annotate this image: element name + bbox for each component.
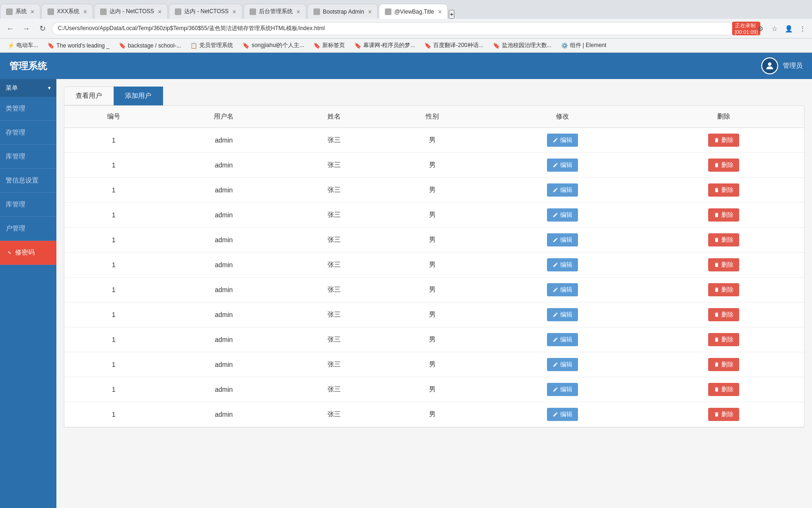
tab-6[interactable]: Bootstrap Admin × — [307, 4, 378, 19]
cell-gender-10: 男 — [383, 377, 482, 402]
edit-button-11[interactable]: 编辑 — [547, 408, 578, 421]
cell-delete-3: 删除 — [643, 203, 804, 228]
cell-edit-11: 编辑 — [482, 402, 643, 427]
tab-close-3[interactable]: × — [158, 8, 162, 16]
tab-close-5[interactable]: × — [297, 8, 300, 16]
delete-button-3[interactable]: 删除 — [708, 208, 739, 222]
extensions-icon[interactable]: ⚙ — [755, 23, 766, 34]
sidebar-item-1[interactable]: 存管理 — [0, 121, 56, 145]
edit-button-0[interactable]: 编辑 — [547, 134, 578, 147]
edit-button-3[interactable]: 编辑 — [547, 208, 578, 222]
edit-button-9[interactable]: 编辑 — [547, 358, 578, 371]
sidebar-item-label-6: 修密码 — [15, 248, 35, 257]
tab-close-7[interactable]: × — [438, 8, 442, 16]
bookmark-star-icon[interactable]: ☆ — [769, 23, 780, 34]
tab-5[interactable]: 后台管理系统 × — [243, 4, 306, 19]
tab-4[interactable]: 达内 - NetCTOSS × — [169, 4, 242, 19]
delete-button-6[interactable]: 删除 — [708, 283, 739, 296]
menu-header[interactable]: 菜单 ▾ — [0, 79, 56, 97]
delete-button-9[interactable]: 删除 — [708, 358, 739, 371]
new-tab-button[interactable]: + — [449, 10, 454, 19]
tab-close-6[interactable]: × — [368, 8, 372, 16]
table-container: 编号 用户名 姓名 性别 修改 删除 1 admin 张三 男 编辑 — [64, 105, 804, 428]
table-row: 1 admin 张三 男 编辑 删除 — [64, 377, 804, 402]
sidebar-item-3[interactable]: 警信息设置 — [0, 169, 56, 193]
table-row: 1 admin 张三 男 编辑 删除 — [64, 228, 804, 253]
delete-button-0[interactable]: 删除 — [708, 134, 739, 147]
cell-gender-2: 男 — [383, 178, 482, 203]
bookmark-5[interactable]: 🔖 新标签页 — [310, 40, 349, 50]
tab-add-user[interactable]: 添加用户 — [114, 87, 163, 105]
bookmark-4[interactable]: 🔖 songjiahui的个人主... — [239, 40, 308, 50]
edit-button-10[interactable]: 编辑 — [547, 383, 578, 396]
cell-username-4: admin — [163, 228, 285, 253]
tab-close-4[interactable]: × — [233, 8, 236, 16]
back-button[interactable]: ← — [4, 22, 17, 35]
delete-button-4[interactable]: 删除 — [708, 233, 739, 246]
delete-button-10[interactable]: 删除 — [708, 383, 739, 396]
tab-title-6: Bootstrap Admin — [323, 8, 364, 15]
edit-button-7[interactable]: 编辑 — [547, 308, 578, 321]
tab-close-2[interactable]: × — [83, 8, 87, 16]
cell-gender-7: 男 — [383, 302, 482, 327]
cell-name-11: 张三 — [285, 402, 383, 427]
sidebar-item-6[interactable]: ✎ 修密码 — [0, 241, 56, 265]
forward-button[interactable]: → — [20, 22, 33, 35]
bookmark-6[interactable]: 🔖 幕课网-程序员的梦... — [351, 40, 419, 50]
bookmark-3[interactable]: 📋 党员管理系统 — [187, 40, 237, 50]
app-header: 管理系统 管理员 — [0, 53, 812, 79]
bookmark-label-5: 新标签页 — [322, 41, 345, 49]
address-input[interactable] — [52, 22, 738, 35]
bookmark-2[interactable]: 🔖 backstage / school-... — [115, 41, 185, 50]
content-tabs: 查看用户 添加用户 — [64, 87, 804, 105]
table-row: 1 admin 张三 男 编辑 删除 — [64, 128, 804, 153]
cell-edit-9: 编辑 — [482, 352, 643, 377]
delete-button-11[interactable]: 删除 — [708, 408, 739, 421]
table-row: 1 admin 张三 男 编辑 删除 — [64, 278, 804, 302]
tab-2[interactable]: XXX系统 × — [41, 4, 93, 19]
sidebar-item-0[interactable]: 类管理 — [0, 97, 56, 121]
sidebar-item-2[interactable]: 库管理 — [0, 145, 56, 169]
bookmark-1[interactable]: 🔖 The world's leading _ — [44, 41, 113, 50]
edit-button-4[interactable]: 编辑 — [547, 233, 578, 246]
table-row: 1 admin 张三 男 编辑 删除 — [64, 402, 804, 427]
tab-view-user[interactable]: 查看用户 — [64, 87, 114, 105]
cell-edit-7: 编辑 — [482, 302, 643, 327]
svg-point-0 — [768, 63, 771, 66]
tab-3[interactable]: 达内 - NetCTOSS × — [94, 4, 168, 19]
bookmark-9[interactable]: ⚙️ 组件 | Element — [557, 40, 610, 50]
refresh-button[interactable]: ↻ — [36, 22, 49, 35]
bookmark-icon-3: 📋 — [190, 42, 197, 49]
tab-close-1[interactable]: × — [31, 8, 34, 16]
bookmark-7[interactable]: 🔖 百度翻译-200种语... — [421, 40, 487, 50]
cell-delete-5: 删除 — [643, 253, 804, 278]
bookmark-8[interactable]: 🔖 盐池校园治理大数... — [489, 40, 555, 50]
delete-button-5[interactable]: 删除 — [708, 258, 739, 271]
cell-edit-0: 编辑 — [482, 128, 643, 153]
edit-button-6[interactable]: 编辑 — [547, 283, 578, 296]
sidebar-item-4[interactable]: 库管理 — [0, 193, 56, 217]
bookmark-0[interactable]: ⚡ 电动车... — [4, 40, 42, 50]
table-row: 1 admin 张三 男 编辑 删除 — [64, 203, 804, 228]
col-header-delete: 删除 — [643, 106, 804, 128]
delete-button-8[interactable]: 删除 — [708, 333, 739, 346]
cell-name-2: 张三 — [285, 178, 383, 203]
tab-7[interactable]: @ViewBag.Title × — [379, 4, 448, 19]
tab-1[interactable]: 系统 × — [0, 4, 40, 19]
edit-button-2[interactable]: 编辑 — [547, 183, 578, 197]
cell-name-4: 张三 — [285, 228, 383, 253]
tab-title-5: 后台管理系统 — [259, 8, 293, 16]
delete-button-7[interactable]: 删除 — [708, 308, 739, 321]
edit-button-8[interactable]: 编辑 — [547, 333, 578, 346]
sidebar-section: 类管理 存管理 库管理 警信息设置 库管理 户管理 ✎ — [0, 97, 56, 265]
edit-button-1[interactable]: 编辑 — [547, 159, 578, 172]
delete-button-1[interactable]: 删除 — [708, 159, 739, 172]
edit-button-5[interactable]: 编辑 — [547, 258, 578, 271]
cell-username-11: admin — [163, 402, 285, 427]
menu-icon[interactable]: ⋮ — [797, 23, 808, 34]
sidebar-item-5[interactable]: 户管理 — [0, 217, 56, 241]
modify-password-icon: ✎ — [6, 249, 13, 256]
cell-id-11: 1 — [64, 402, 163, 427]
profile-icon[interactable]: 👤 — [783, 23, 794, 34]
delete-button-2[interactable]: 删除 — [708, 183, 739, 197]
